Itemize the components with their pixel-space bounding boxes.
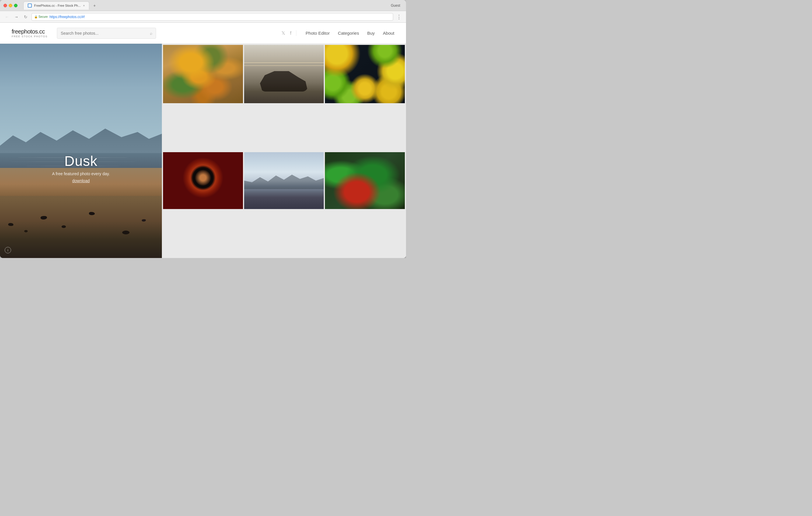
search-input[interactable]	[61, 31, 148, 36]
nav-bar: ← → ↻ 🔒 Secure https://freephotos.cc/#! …	[0, 11, 406, 23]
address-text: https://freephotos.cc/#!	[50, 15, 390, 19]
hero-section: Dusk A free featured photo every day. do…	[0, 44, 162, 258]
photo-squash[interactable]	[163, 45, 243, 151]
photo-gear[interactable]	[163, 152, 243, 257]
site-logo[interactable]: freephotos.cc FREE STOCK PHOTOS	[12, 28, 48, 38]
hero-info-button[interactable]: i	[5, 247, 11, 253]
site-header: freephotos.cc FREE STOCK PHOTOS ⌕ 𝕏 f Ph…	[0, 23, 406, 44]
close-button[interactable]	[3, 4, 7, 7]
logo-tagline: FREE STOCK PHOTOS	[12, 35, 48, 38]
lock-icon: 🔒	[34, 15, 38, 18]
site-nav: 𝕏 f Photo Editor Categories Buy About	[282, 30, 394, 36]
facebook-icon[interactable]: f	[290, 31, 291, 36]
back-button[interactable]: ←	[3, 13, 10, 21]
reload-icon: ↻	[24, 14, 27, 19]
title-bar: FreePhotos.cc - Free Stock Ph... × + Gue…	[0, 0, 406, 11]
nav-buy[interactable]: Buy	[367, 31, 375, 36]
social-links: 𝕏 f	[282, 30, 296, 36]
maximize-button[interactable]	[14, 4, 18, 7]
main-content: Dusk A free featured photo every day. do…	[0, 44, 406, 258]
hero-subtitle: A free featured photo every day.	[52, 172, 110, 176]
website-content: freephotos.cc FREE STOCK PHOTOS ⌕ 𝕏 f Ph…	[0, 23, 406, 258]
tab-close-button[interactable]: ×	[83, 4, 85, 7]
photo-landscape[interactable]	[244, 152, 324, 257]
secure-label: Secure	[38, 15, 48, 18]
traffic-lights	[3, 4, 18, 7]
nav-categories[interactable]: Categories	[338, 31, 359, 36]
tab-bar: FreePhotos.cc - Free Stock Ph... × +	[23, 1, 388, 10]
reload-button[interactable]: ↻	[22, 13, 29, 21]
url-text: https://freephotos.cc/#!	[50, 15, 85, 19]
secure-badge: 🔒 Secure	[34, 15, 48, 18]
hero-text: Dusk A free featured photo every day. do…	[52, 153, 110, 183]
nav-about[interactable]: About	[383, 31, 394, 36]
hero-download-link[interactable]: download	[52, 178, 110, 183]
nav-photo-editor[interactable]: Photo Editor	[306, 31, 330, 36]
back-icon: ←	[5, 14, 9, 19]
search-icon: ⌕	[150, 31, 152, 36]
photo-vegetables[interactable]	[325, 152, 405, 257]
nav-links: Photo Editor Categories Buy About	[306, 31, 394, 36]
guest-label: Guest	[391, 3, 403, 7]
logo-name: freephotos.cc	[12, 28, 48, 35]
more-button[interactable]: ⋮	[396, 13, 403, 21]
tab-title: FreePhotos.cc - Free Stock Ph...	[34, 4, 81, 7]
search-bar[interactable]: ⌕	[57, 28, 156, 39]
photo-grid	[162, 44, 406, 258]
photo-citrus[interactable]	[325, 45, 405, 151]
address-bar[interactable]: 🔒 Secure https://freephotos.cc/#!	[31, 13, 393, 21]
forward-button[interactable]: →	[13, 13, 20, 21]
new-tab-button[interactable]: +	[90, 1, 98, 10]
hero-background	[0, 44, 162, 258]
browser-window: FreePhotos.cc - Free Stock Ph... × + Gue…	[0, 0, 406, 258]
twitter-icon[interactable]: 𝕏	[282, 30, 285, 36]
photo-motorcycle[interactable]	[244, 45, 324, 151]
forward-icon: →	[14, 14, 18, 19]
tab-favicon	[28, 3, 32, 7]
minimize-button[interactable]	[9, 4, 12, 7]
browser-tab[interactable]: FreePhotos.cc - Free Stock Ph... ×	[23, 1, 89, 10]
hero-title: Dusk	[52, 153, 110, 169]
